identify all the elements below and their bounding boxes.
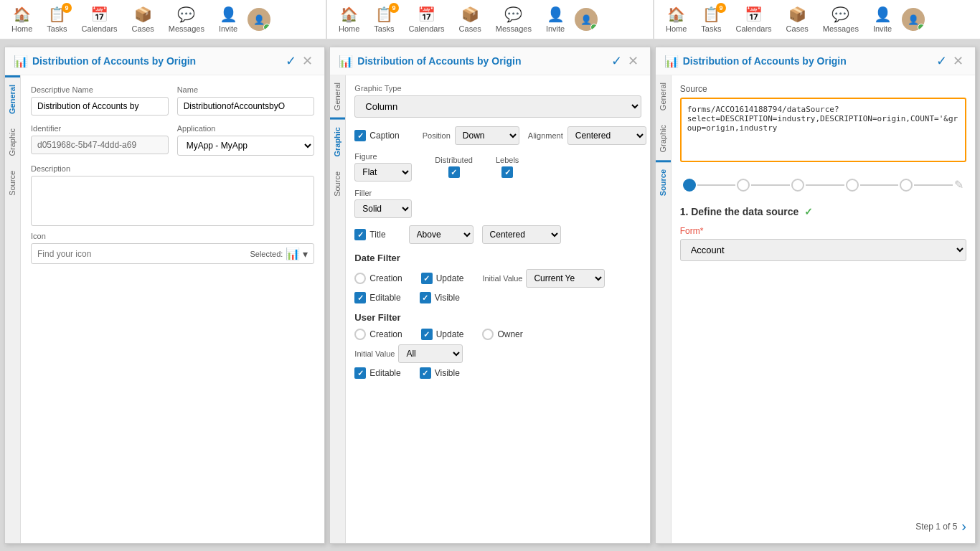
nav-tasks-1[interactable]: 📋9 Tasks <box>39 3 74 36</box>
step-next-btn[interactable]: › <box>961 518 966 534</box>
title-row: Title Above Centered <box>354 225 641 244</box>
user-editable-label: Editable <box>369 368 400 378</box>
tab-source-1[interactable]: Source <box>5 164 20 203</box>
tab-general-2[interactable]: General <box>330 75 345 118</box>
home-icon-3: 🏠 <box>667 6 685 23</box>
wizard-line-3 <box>806 184 844 186</box>
icon-search-input[interactable] <box>37 249 250 259</box>
nav-cases-3[interactable]: 📦 Cases <box>779 3 816 36</box>
panel-1-close-btn[interactable]: ✕ <box>299 53 316 69</box>
title-checkbox[interactable] <box>354 229 366 240</box>
panel-2-close-btn[interactable]: ✕ <box>625 53 641 69</box>
initial-value-select[interactable]: Current Ye <box>526 269 605 288</box>
tab-source-2[interactable]: Source <box>330 164 345 204</box>
nav-cases-1[interactable]: 📦 Cases <box>125 3 161 36</box>
tab-graphic-1[interactable]: Graphic <box>5 121 20 164</box>
nav-invite-2[interactable]: 👤 Invite <box>539 3 572 36</box>
caption-checkbox[interactable] <box>354 130 366 141</box>
tab-general-3[interactable]: General <box>656 75 671 118</box>
avatar-3[interactable]: 👤 <box>902 8 925 31</box>
panel-2-title: Distribution of Accounts by Origin <box>357 55 608 67</box>
panel-1-check-btn[interactable]: ✓ <box>283 53 299 69</box>
icon-label: Icon <box>31 232 314 240</box>
name-input[interactable] <box>177 97 315 116</box>
messages-icon: 💬 <box>177 6 195 23</box>
wizard-define-label: 1. Define the data source ✓ <box>680 206 966 217</box>
icon-search-wrapper[interactable]: Selected: 📊 ▾ <box>31 243 314 264</box>
identifier-input[interactable] <box>31 136 169 154</box>
invite-icon-2: 👤 <box>547 6 565 23</box>
nav-tasks-2[interactable]: 📋9 Tasks <box>367 3 401 36</box>
filler-select[interactable]: Solid <box>354 199 412 218</box>
owner-radio[interactable] <box>482 329 494 340</box>
alignment-select[interactable]: Centered <box>567 126 646 145</box>
position-select[interactable]: Down <box>455 126 519 145</box>
lebels-checkbox[interactable] <box>501 166 513 178</box>
nav-calendars-3[interactable]: 📅 Calendars <box>728 3 778 36</box>
date-update-checkbox[interactable] <box>421 273 433 284</box>
avatar-1[interactable]: 👤 <box>248 8 270 31</box>
panel-3-close-btn[interactable]: ✕ <box>950 53 966 69</box>
date-visible-checkbox[interactable] <box>420 292 431 303</box>
filler-group: Filler Solid <box>354 189 641 218</box>
form-group-descriptive-name: Descriptive Name <box>31 85 169 116</box>
description-textarea[interactable] <box>31 176 314 226</box>
title-alignment-select[interactable]: Centered <box>482 225 561 244</box>
panel-3-check-btn[interactable]: ✓ <box>933 53 950 69</box>
nav-invite-label: Invite <box>219 24 237 33</box>
date-creation-radio[interactable] <box>354 273 366 284</box>
date-filter-title: Date Filter <box>354 253 641 263</box>
user-update-checkbox[interactable] <box>421 329 433 340</box>
panel-1-title: Distribution of Accounts by Origin <box>32 55 283 67</box>
user-editable-checkbox[interactable] <box>354 367 366 379</box>
nav-messages-2[interactable]: 💬 Messages <box>489 3 539 36</box>
date-editable-checkbox[interactable] <box>354 292 366 303</box>
date-editable-label: Editable <box>369 293 400 303</box>
panel-1-side-tabs: General Graphic Source <box>5 75 21 543</box>
user-initial-select[interactable]: All <box>398 344 463 363</box>
nav-calendars-1[interactable]: 📅 Calendars <box>74 3 124 36</box>
nav-calendars-2[interactable]: 📅 Calendars <box>401 3 451 36</box>
nav-messages-3[interactable]: 💬 Messages <box>816 3 866 36</box>
nav-invite-3[interactable]: 👤 Invite <box>866 3 899 36</box>
wizard-step-5 <box>900 179 913 192</box>
source-textarea[interactable] <box>680 98 966 162</box>
nav-home-1[interactable]: 🏠 Home <box>4 3 39 36</box>
nav-messages-1[interactable]: 💬 Messages <box>161 3 212 36</box>
tab-graphic-2[interactable]: Graphic <box>330 118 345 164</box>
nav-tasks-3[interactable]: 📋9 Tasks <box>694 3 728 36</box>
descriptive-name-label: Descriptive Name <box>31 85 169 94</box>
title-position-select[interactable]: Above <box>409 225 473 244</box>
icon-selected-label: Selected: <box>250 250 283 258</box>
panel-3-title: Distribution of Accounts by Origin <box>683 55 933 67</box>
calendars-icon-2: 📅 <box>418 6 435 23</box>
graphic-type-select[interactable]: Column <box>354 95 641 118</box>
form-dropdown-group: Form* Account <box>680 226 966 261</box>
panel-1-content: Descriptive Name Name Identifier <box>21 75 324 543</box>
descriptive-name-input[interactable] <box>31 97 169 116</box>
tab-graphic-3[interactable]: Graphic <box>656 118 671 160</box>
wizard-step-2 <box>737 179 750 192</box>
nav-cases-2[interactable]: 📦 Cases <box>452 3 489 36</box>
name-label: Name <box>177 85 315 94</box>
nav-invite-1[interactable]: 👤 Invite <box>212 3 245 36</box>
date-update-label: Update <box>436 273 464 283</box>
user-filter-title: User Filter <box>354 312 641 323</box>
distributed-checkbox[interactable] <box>448 166 460 178</box>
figure-select[interactable]: Flat <box>354 163 412 182</box>
wizard-line-4 <box>860 184 899 186</box>
date-creation-label: Creation <box>369 273 402 283</box>
user-visible-checkbox[interactable] <box>420 367 431 379</box>
tab-source-3[interactable]: Source <box>656 160 671 203</box>
application-select[interactable]: MyApp - MyApp <box>177 136 315 156</box>
nav-home-2[interactable]: 🏠 Home <box>331 3 367 36</box>
icon-chevron-icon[interactable]: ▾ <box>303 248 308 260</box>
nav-home-3[interactable]: 🏠 Home <box>659 3 694 36</box>
tab-general-1[interactable]: General <box>5 75 20 121</box>
avatar-2[interactable]: 👤 <box>575 8 598 31</box>
panel-2-check-btn[interactable]: ✓ <box>608 53 625 69</box>
date-filter-row-1: Creation Update Initial Value Current Ye <box>354 269 641 288</box>
user-creation-radio[interactable] <box>354 329 366 340</box>
form-dropdown-select[interactable]: Account <box>680 239 966 261</box>
wizard-edit-icon[interactable]: ✎ <box>954 178 963 192</box>
